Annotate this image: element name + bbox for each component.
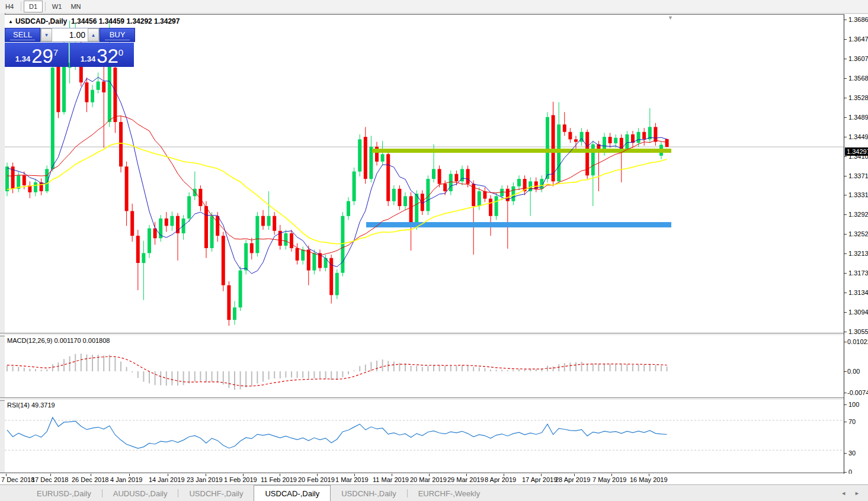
price-chart-panel[interactable]: ▲USDCAD-,Daily 1.34456 1.34459 1.34292 1… — [5, 14, 844, 333]
timeframe-button-w1[interactable]: W1 — [48, 1, 66, 12]
buy-button[interactable]: BUY — [100, 28, 135, 42]
macd-axis-tick — [844, 371, 847, 372]
sell-price-base: 1.34 — [15, 54, 30, 63]
date-axis-label: 26 Dec 2018 — [72, 476, 108, 483]
date-axis-label: 16 May 2019 — [630, 476, 668, 483]
chart-title: ▲USDCAD-,Daily 1.34456 1.34459 1.34292 1… — [8, 17, 180, 25]
one-click-trading-panel: SELL ▼ ▲ BUY 1.34 29 7 1.34 32 0 — [5, 28, 135, 67]
rsi-indicator-panel[interactable]: RSI(14) 49.3719 — [5, 400, 844, 473]
price-axis-tick — [844, 332, 847, 332]
sell-price-big: 29 — [31, 47, 53, 65]
rsi-axis-tick — [844, 422, 847, 422]
rsi-axis-tick — [844, 472, 847, 473]
price-axis-label: 1.36070 — [848, 55, 868, 62]
chart-tab-eurusd[interactable]: EURUSD-,Daily — [26, 485, 102, 501]
date-axis-label: 1 Feb 2019 — [224, 476, 257, 483]
date-axis-label: 11 Mar 2019 — [373, 476, 409, 483]
price-axis-tick — [844, 20, 847, 20]
current-price-tag: 1.34297 — [845, 147, 868, 156]
tab-scroll-left-icon[interactable]: ◄ — [841, 490, 846, 496]
chart-tab-usdchf[interactable]: USDCHF-,Daily — [178, 485, 254, 501]
volume-decrease-icon[interactable]: ▼ — [41, 28, 52, 41]
chart-tab-eurchf[interactable]: EURCHF-,Weekly — [408, 485, 491, 501]
collapse-panel-icon[interactable]: ▲ — [8, 19, 13, 24]
date-axis-label: 8 Apr 2019 — [485, 476, 516, 483]
timeframe-toolbar: H4D1W1MN — [0, 0, 868, 14]
chart-ohlc-values: 1.34456 1.34459 1.34292 1.34297 — [71, 17, 180, 25]
buy-price-tile[interactable]: 1.34 32 0 — [70, 43, 134, 67]
volume-input[interactable] — [52, 28, 88, 41]
price-axis-tick — [844, 78, 847, 79]
price-axis-label: 1.35680 — [848, 75, 868, 82]
date-axis-label: 20 Feb 2019 — [298, 476, 335, 483]
price-axis-tick — [844, 137, 847, 137]
macd-label: MACD(12,26,9) 0.001170 0.001808 — [7, 337, 110, 344]
rsi-axis-tick — [844, 404, 847, 405]
price-axis-label: 1.32130 — [848, 250, 868, 257]
timeframe-button-mn[interactable]: MN — [67, 1, 85, 12]
price-axis-label: 1.33310 — [848, 191, 868, 198]
macd-axis-tick — [844, 342, 847, 342]
price-axis-label: 1.34490 — [848, 133, 868, 140]
buy-price-pip: 0 — [118, 47, 123, 57]
chart-tab-usdcnh[interactable]: USDCNH-,Daily — [331, 485, 406, 501]
rsi-label: RSI(14) 49.3719 — [7, 402, 55, 409]
date-axis-label: 23 Jan 2019 — [187, 476, 223, 483]
price-axis-tick — [844, 214, 847, 215]
price-axis-label: 1.34890 — [848, 114, 868, 121]
rsi-axis-label: 100 — [848, 401, 859, 408]
buy-price-big: 32 — [97, 47, 118, 65]
price-axis-label: 1.30550 — [848, 328, 868, 335]
macd-axis-label: 0.00 — [847, 368, 860, 375]
price-axis-tick — [844, 176, 847, 176]
date-axis-label: 17 Apr 2019 — [522, 476, 557, 483]
volume-spinner: ▼ ▲ — [40, 28, 100, 42]
price-axis-tick — [844, 117, 847, 118]
price-axis-tick — [844, 195, 847, 195]
macd-indicator-panel[interactable]: MACD(12,26,9) 0.001170 0.001808 — [5, 335, 844, 397]
price-axis-label: 1.32520 — [848, 230, 868, 237]
price-axis-label: 1.32920 — [848, 211, 868, 218]
price-axis-tick — [844, 312, 847, 313]
rsi-axis-tick — [844, 453, 847, 454]
price-axis-label: 1.36860 — [848, 16, 868, 23]
date-axis-label: 14 Jan 2019 — [149, 476, 185, 483]
sell-price-pip: 7 — [53, 47, 58, 57]
date-axis[interactable]: 7 Dec 201817 Dec 201826 Dec 20184 Jan 20… — [0, 474, 868, 484]
date-axis-label: 1 Mar 2019 — [335, 476, 369, 483]
price-axis-label: 1.36470 — [848, 36, 868, 43]
timeframe-button-d1[interactable]: D1 — [24, 1, 43, 12]
date-axis-label: 20 Mar 2019 — [410, 476, 447, 483]
price-axis-tick — [844, 293, 847, 293]
chart-tab-bar: EURUSD-,DailyAUDUSD-,DailyUSDCHF-,DailyU… — [0, 484, 868, 501]
price-axis-tick — [844, 39, 847, 40]
sell-button[interactable]: SELL — [5, 28, 40, 42]
price-axis-tick — [844, 253, 847, 254]
tab-bar-lead-space — [0, 485, 26, 501]
sell-price-tile[interactable]: 1.34 29 7 — [5, 43, 69, 67]
volume-increase-icon[interactable]: ▲ — [88, 28, 99, 41]
macd-axis-tick — [844, 393, 847, 393]
timeframe-button-h4[interactable]: H4 — [1, 1, 18, 12]
date-axis-label: 28 Apr 2019 — [555, 476, 590, 483]
price-axis-tick — [844, 156, 847, 157]
tab-scroll-right-icon[interactable]: ► — [854, 490, 860, 496]
toolbar-separator — [21, 2, 21, 11]
chart-tab-usdcad[interactable]: USDCAD-,Daily — [254, 485, 331, 501]
chart-symbol-label: USDCAD-,Daily — [15, 17, 67, 25]
rsi-axis-label: 70 — [848, 418, 856, 425]
chart-shift-marker-icon[interactable]: ▼ — [668, 15, 673, 21]
price-axis-tick — [844, 234, 847, 235]
mt4-window: H4D1W1MN ▲USDCAD-,Daily 1.34456 1.34459 … — [0, 0, 868, 501]
macd-axis-label: -0.007477 — [847, 389, 868, 396]
price-axis[interactable]: 1.368601.364701.360701.356801.352801.348… — [844, 14, 868, 474]
price-axis-tick — [844, 273, 847, 274]
buy-price-base: 1.34 — [81, 54, 95, 63]
date-axis-label: 29 Mar 2019 — [447, 476, 484, 483]
chart-tab-audusd[interactable]: AUDUSD-,Daily — [103, 485, 178, 501]
price-axis-label: 1.30940 — [848, 309, 868, 316]
date-axis-label: 7 Dec 2018 — [1, 476, 34, 483]
date-axis-label: 7 May 2019 — [592, 476, 626, 483]
price-axis-label: 1.35280 — [848, 94, 868, 101]
toolbar-separator — [45, 2, 46, 11]
